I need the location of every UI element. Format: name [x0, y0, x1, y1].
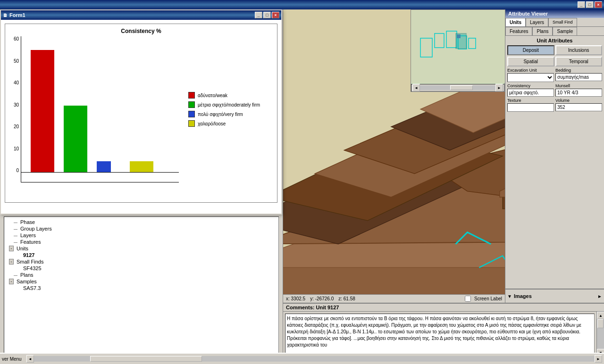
tree-item-features[interactable]: — Features	[6, 239, 277, 245]
svg-rect-23	[503, 197, 505, 209]
form-close-btn[interactable]: ×	[272, 12, 279, 18]
maximize-button[interactable]: □	[586, 1, 594, 8]
tree-expand-small-finds[interactable]: -	[9, 259, 14, 265]
images-arrow-icon[interactable]: ►	[597, 294, 602, 299]
chart-area: 60 50 40 30 20 10 0	[9, 36, 273, 182]
tree-expand-group-layers: —	[14, 227, 17, 231]
tree-item-unit-9127[interactable]: 9127	[6, 252, 277, 258]
tree-item-sas73[interactable]: SAS7.3	[6, 285, 277, 291]
tree-label-small-finds: Small Finds	[17, 259, 43, 265]
form-title-bar: 🗎 Form1 _ □ ×	[1, 10, 281, 20]
temporal-button[interactable]: Temporal	[555, 57, 603, 66]
comments-scroll-up[interactable]: ▲	[597, 312, 604, 319]
spatial-button[interactable]: Spatial	[507, 57, 554, 66]
volume-group: Volume 352	[555, 98, 602, 112]
legend-label-weak: αδύνατο/weak	[198, 93, 227, 98]
legend-label-very-firm: πολύ σφιχτό/very firm	[198, 112, 243, 117]
content-area: 🗎 Form1 _ □ × Consistency %	[0, 9, 604, 364]
texture-label: Texture	[507, 98, 554, 103]
tab-units[interactable]: Units	[505, 18, 526, 26]
tree-item-group-layers[interactable]: — Group Layers	[6, 225, 277, 232]
texture-group: Texture	[507, 98, 554, 112]
legend-color-moderately-firm	[188, 101, 195, 108]
taskbar-menu-label[interactable]: ver Menu	[2, 356, 22, 362]
main-title-bar: _ □ ×	[0, 0, 604, 9]
form-maximize-btn[interactable]: □	[263, 12, 271, 18]
images-label: Images	[514, 293, 532, 299]
excavation-bedding-row: Excavation Unit Bedding συμπαγής/mas	[507, 68, 602, 82]
comments-scroll-thumb[interactable]	[597, 319, 604, 328]
legend-weak: αδύνατο/weak	[188, 92, 273, 99]
chart-title: Consistency %	[9, 28, 273, 34]
volume-label: Volume	[555, 98, 602, 103]
legend-label-loose: χαλαρό/loose	[198, 121, 226, 126]
tree-expand-samples[interactable]: -	[9, 279, 14, 284]
bedding-value: συμπαγής/mas	[555, 73, 602, 81]
tab-features[interactable]: Features	[505, 27, 532, 35]
tree-expand-units[interactable]: -	[9, 246, 14, 251]
tab-layers[interactable]: Layers	[526, 18, 548, 26]
excavation-unit-label: Excavation Unit	[507, 68, 554, 73]
legend-color-weak	[188, 92, 195, 99]
status-bar: x: 3302.5 y: -26726.0 z: 61.58 Screen La…	[283, 294, 505, 303]
excavation-unit-select[interactable]	[507, 73, 554, 82]
tree-item-samples[interactable]: - Samples	[6, 278, 277, 285]
tree-item-layers[interactable]: — Layers	[6, 232, 277, 239]
close-button[interactable]: ×	[595, 1, 602, 8]
screen-label-text: Screen Label	[474, 296, 502, 301]
tree-item-units[interactable]: - Units	[6, 245, 277, 252]
inclusions-button[interactable]: Inclusions	[555, 45, 603, 55]
bar-moderately-firm	[64, 106, 87, 173]
bedding-group: Bedding συμπαγής/mas	[555, 68, 602, 82]
screen-label-checkbox[interactable]	[465, 296, 471, 302]
tree-item-small-finds[interactable]: - Small Finds	[6, 258, 277, 265]
attr-viewer-title: Attribute Viewer	[505, 9, 604, 18]
texture-volume-row: Texture Volume 352	[507, 98, 602, 112]
tree-item-sf4325[interactable]: SF4325	[6, 265, 277, 272]
comments-scrollbar[interactable]: ▲ ▼	[596, 312, 604, 356]
comments-text[interactable]: Η πάσα ορίστηκε με σκοπό να εντοπιστούν …	[285, 314, 595, 355]
tree-panel[interactable]: — Phase — Group Layers — Layers — Featur…	[4, 216, 279, 362]
texture-value	[507, 103, 554, 112]
tree-expand-phase: —	[14, 220, 17, 224]
tab-small-finds[interactable]: Small Find	[548, 18, 577, 26]
main-h-scroll-left[interactable]: ◄	[26, 355, 34, 363]
legend-loose: χαλαρό/loose	[188, 120, 273, 127]
chart-bars-container	[21, 36, 179, 182]
images-expand-icon[interactable]: ▼	[507, 294, 512, 299]
coord-z: z: 61.58	[338, 296, 355, 301]
tab-samples[interactable]: Sample	[553, 27, 577, 35]
tree-item-phase[interactable]: — Phase	[6, 219, 277, 225]
coord-x: x: 3302.5	[286, 296, 305, 301]
main-h-scroll-thumb[interactable]	[90, 356, 202, 362]
coord-y: y: -26726.0	[310, 296, 334, 301]
taskbar: ver Menu ◄ ►	[0, 353, 604, 364]
main-h-scroll-right[interactable]: ►	[595, 355, 602, 363]
tree-label-units: Units	[17, 246, 28, 251]
tree-label-samples: Samples	[17, 279, 37, 284]
tree-item-plans[interactable]: — Plans	[6, 272, 277, 278]
minimize-button[interactable]: _	[578, 1, 585, 8]
minimap-scroll-right[interactable]: ►	[495, 84, 503, 91]
3d-view-container[interactable]: ◄ ► x: 3302.5 y: -26726.0 z: 61.58	[283, 9, 505, 303]
minimap-svg	[411, 10, 505, 83]
tree-label-phase: Phase	[20, 219, 35, 225]
bedding-label: Bedding	[555, 68, 602, 73]
form-minimize-btn[interactable]: _	[255, 12, 262, 18]
tree-section: — Phase — Group Layers — Layers — Featur…	[0, 215, 283, 364]
comments-title: Comments: Unit 9127	[283, 304, 604, 312]
minimap-scrollbar[interactable]: ◄ ►	[411, 84, 504, 91]
deposit-button[interactable]: Deposit	[507, 45, 554, 55]
legend-color-loose	[188, 120, 195, 127]
sidebar-spacer	[505, 164, 604, 289]
volume-value: 352	[555, 103, 602, 111]
form-window: 🗎 Form1 _ □ × Consistency %	[0, 9, 282, 215]
main-view-area: ◄ ► x: 3302.5 y: -26726.0 z: 61.58	[283, 9, 604, 303]
images-panel: ▼ Images ►	[505, 289, 604, 303]
tree-expand-layers: —	[14, 233, 17, 238]
munsell-label: Munsell	[555, 83, 602, 88]
bars-wrapper	[21, 36, 179, 173]
minimap-scroll-left[interactable]: ◄	[412, 84, 420, 91]
tab-plans[interactable]: Plans	[532, 27, 553, 35]
screen-label-container: Screen Label	[465, 296, 502, 302]
